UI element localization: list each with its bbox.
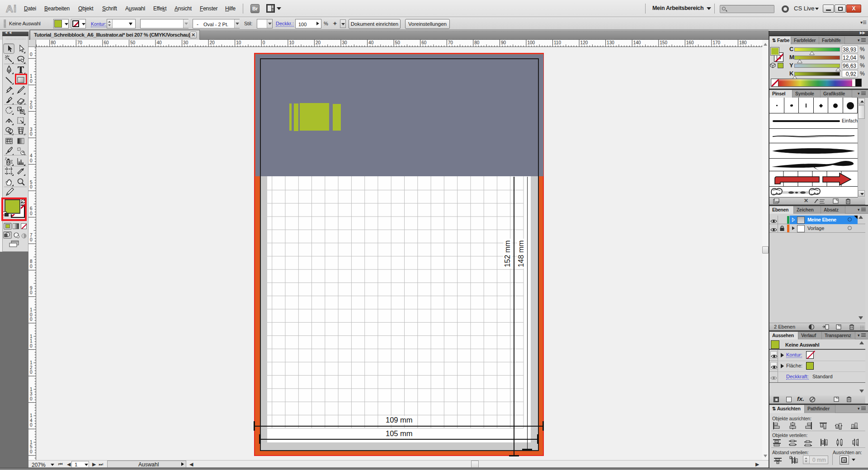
svg-text:60: 60 bbox=[104, 40, 109, 45]
svg-text:0: 0 bbox=[30, 79, 33, 84]
svg-text:60: 60 bbox=[421, 40, 427, 45]
svg-text:20: 20 bbox=[210, 40, 215, 45]
svg-text:50: 50 bbox=[130, 40, 136, 45]
svg-text:160: 160 bbox=[686, 40, 694, 45]
svg-text:0: 0 bbox=[30, 290, 33, 295]
svg-text:90: 90 bbox=[501, 40, 506, 45]
svg-text:1: 1 bbox=[30, 334, 33, 339]
svg-text:9: 9 bbox=[30, 286, 33, 291]
svg-text:50: 50 bbox=[395, 40, 401, 45]
svg-text:40: 40 bbox=[157, 40, 162, 45]
svg-text:6: 6 bbox=[30, 206, 33, 211]
svg-text:10: 10 bbox=[236, 40, 241, 45]
svg-text:4: 4 bbox=[30, 418, 33, 423]
svg-text:0: 0 bbox=[30, 370, 33, 375]
svg-text:2: 2 bbox=[30, 100, 33, 105]
svg-text:120: 120 bbox=[580, 40, 588, 45]
svg-text:5: 5 bbox=[30, 180, 33, 185]
svg-text:0: 0 bbox=[263, 40, 265, 45]
svg-text:0: 0 bbox=[30, 105, 33, 110]
svg-text:0: 0 bbox=[30, 423, 33, 428]
svg-text:130: 130 bbox=[607, 40, 614, 45]
svg-text:100: 100 bbox=[527, 40, 535, 45]
svg-text:0: 0 bbox=[30, 132, 33, 136]
svg-text:70: 70 bbox=[77, 40, 83, 45]
svg-text:70: 70 bbox=[448, 40, 453, 45]
svg-text:2: 2 bbox=[30, 365, 33, 370]
svg-text:1: 1 bbox=[30, 440, 33, 445]
svg-text:0: 0 bbox=[30, 317, 33, 322]
svg-text:0: 0 bbox=[30, 158, 33, 163]
svg-text:0: 0 bbox=[30, 449, 33, 454]
svg-text:0: 0 bbox=[30, 184, 33, 189]
svg-text:0: 0 bbox=[30, 237, 33, 242]
svg-text:1: 1 bbox=[30, 74, 33, 79]
svg-text:30: 30 bbox=[342, 40, 348, 45]
svg-text:110: 110 bbox=[554, 40, 561, 45]
svg-text:5: 5 bbox=[30, 444, 33, 449]
svg-text:1: 1 bbox=[30, 360, 33, 365]
svg-text:10: 10 bbox=[289, 40, 294, 45]
svg-text:20: 20 bbox=[316, 40, 321, 45]
svg-text:3: 3 bbox=[30, 391, 33, 396]
svg-text:30: 30 bbox=[183, 40, 189, 45]
svg-text:0: 0 bbox=[30, 211, 33, 216]
svg-text:4: 4 bbox=[30, 153, 33, 158]
svg-text:1: 1 bbox=[30, 387, 33, 392]
svg-text:0: 0 bbox=[30, 312, 33, 317]
svg-text:1: 1 bbox=[30, 413, 33, 418]
svg-text:150: 150 bbox=[660, 40, 667, 45]
svg-text:40: 40 bbox=[368, 40, 374, 45]
svg-text:80: 80 bbox=[474, 40, 480, 45]
svg-text:1: 1 bbox=[30, 307, 33, 312]
svg-text:0: 0 bbox=[30, 52, 33, 57]
svg-text:180: 180 bbox=[739, 40, 747, 45]
svg-text:8: 8 bbox=[30, 259, 33, 264]
svg-text:140: 140 bbox=[633, 40, 641, 45]
svg-text:0: 0 bbox=[30, 343, 33, 348]
svg-text:80: 80 bbox=[51, 40, 56, 45]
svg-text:1: 1 bbox=[30, 338, 33, 343]
svg-text:170: 170 bbox=[712, 40, 720, 45]
svg-text:7: 7 bbox=[30, 233, 33, 238]
svg-text:3: 3 bbox=[30, 127, 33, 132]
svg-text:0: 0 bbox=[30, 264, 33, 269]
svg-text:0: 0 bbox=[30, 396, 33, 401]
